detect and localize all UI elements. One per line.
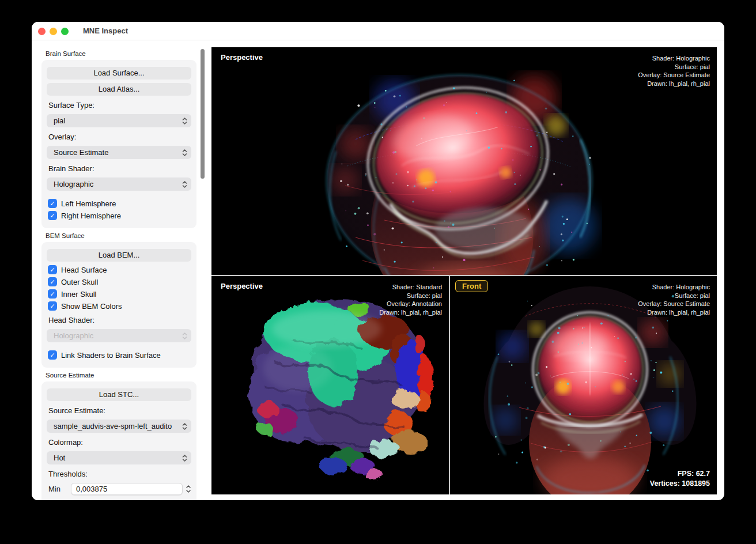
- load-stc-button[interactable]: Load STC...: [47, 388, 191, 401]
- source-estimate-select[interactable]: sample_audvis-ave-spm-left_audito: [47, 420, 191, 433]
- sidebar-scrollbar: [200, 41, 206, 500]
- colormap-value: Hot: [54, 454, 182, 462]
- right-hemisphere-checkbox[interactable]: Right Hemisphere: [48, 211, 191, 220]
- info-surface: Surface: pial: [379, 292, 442, 300]
- select-chevrons-icon: [182, 149, 187, 157]
- info-drawn: Drawn: lh_pial, rh_pial: [638, 308, 710, 317]
- checkbox-label: Head Surface: [61, 266, 107, 274]
- link-shaders-checkbox[interactable]: Link Shaders to Brain Surface: [48, 350, 191, 360]
- bem-surface-card: Load BEM... Head Surface Outer Skull Inn…: [41, 242, 196, 368]
- overlay-label: Overlay:: [48, 133, 191, 141]
- head-shader-select: Holographic: [47, 329, 191, 342]
- section-header-bem-surface: BEM Surface: [46, 232, 211, 239]
- checkbox-label: Outer Skull: [61, 278, 98, 286]
- select-chevrons-icon: [182, 422, 187, 430]
- head-shader-label: Head Shader:: [48, 316, 191, 324]
- window-title: MNE Inspect: [83, 22, 128, 40]
- surface-type-value: pial: [54, 116, 182, 125]
- head-surface-checkbox[interactable]: Head Surface: [48, 265, 191, 274]
- viewport-label: Perspective: [221, 282, 263, 290]
- checkbox-checked-icon: [48, 301, 57, 311]
- app-window: MNE Inspect Brain Surface Load Surface..…: [32, 22, 724, 500]
- outer-skull-checkbox[interactable]: Outer Skull: [48, 277, 191, 286]
- surface-type-label: Surface Type:: [48, 101, 191, 109]
- select-chevrons-icon: [182, 332, 187, 340]
- viewport-grid: Perspective Shader: Holographic Surface:…: [211, 47, 717, 494]
- overlay-select[interactable]: Source Estimate: [47, 146, 191, 159]
- info-shader: Shader: Holographic: [638, 54, 710, 63]
- surface-type-select[interactable]: pial: [47, 114, 191, 127]
- select-chevrons-icon: [182, 454, 187, 462]
- head-shader-value: Holographic: [54, 331, 182, 340]
- brain-shader-select[interactable]: Holographic: [47, 177, 191, 191]
- select-chevrons-icon: [182, 180, 187, 188]
- viewport-info-overlay: Shader: Holographic Surface: pial Overla…: [638, 283, 710, 316]
- checkbox-checked-icon: [48, 265, 57, 274]
- section-header-source-estimate: Source Estimate: [46, 372, 211, 379]
- min-threshold-input[interactable]: [71, 483, 183, 495]
- checkbox-label: Right Hemisphere: [61, 211, 121, 220]
- viewport-perspective-annotation[interactable]: Perspective Shader: Standard Surface: pi…: [211, 276, 449, 494]
- viewport-label: Perspective: [221, 53, 263, 62]
- render-stats: FPS: 62.7 Vertices: 1081895: [650, 469, 710, 489]
- brain-shader-value: Holographic: [54, 180, 182, 188]
- checkbox-label: Link Shaders to Brain Surface: [61, 351, 161, 360]
- front-view-badge[interactable]: Front: [455, 280, 488, 292]
- min-label: Min: [48, 485, 71, 493]
- control-sidebar: Brain Surface Load Surface... Load Atlas…: [32, 41, 211, 500]
- show-bem-colors-checkbox[interactable]: Show BEM Colors: [48, 301, 191, 311]
- load-atlas-button[interactable]: Load Atlas...: [47, 83, 191, 96]
- load-surface-button[interactable]: Load Surface...: [47, 67, 191, 80]
- load-bem-button[interactable]: Load BEM...: [47, 249, 191, 262]
- info-overlay: Overlay: Source Estimate: [638, 71, 710, 80]
- colormap-label: Colormap:: [48, 438, 191, 447]
- source-estimate-value: sample_audvis-ave-spm-left_audito: [54, 422, 182, 430]
- viewport-perspective-main[interactable]: Perspective Shader: Holographic Surface:…: [211, 47, 717, 275]
- vertex-counter: Vertices: 1081895: [650, 479, 710, 489]
- info-drawn: Drawn: lh_pial, rh_pial: [379, 308, 442, 317]
- checkbox-checked-icon: [48, 289, 57, 299]
- colormap-select[interactable]: Hot: [47, 451, 191, 464]
- checkbox-checked-icon: [48, 211, 57, 220]
- checkbox-checked-icon: [48, 277, 57, 286]
- source-estimate-card: Load STC... Source Estimate: sample_audv…: [41, 381, 196, 500]
- select-chevrons-icon: [182, 117, 187, 125]
- title-bar: MNE Inspect: [32, 22, 724, 40]
- checkbox-label: Show BEM Colors: [61, 302, 122, 311]
- viewport-info-overlay: Shader: Holographic Surface: pial Overla…: [638, 54, 710, 88]
- fps-counter: FPS: 62.7: [650, 469, 710, 479]
- thresholds-label: Thresholds:: [48, 470, 191, 478]
- checkbox-checked-icon: [48, 199, 57, 208]
- section-header-brain-surface: Brain Surface: [46, 50, 211, 57]
- checkbox-checked-icon: [48, 350, 57, 360]
- brain-surface-card: Load Surface... Load Atlas... Surface Ty…: [41, 60, 196, 228]
- info-overlay: Overlay: Source Estimate: [638, 300, 710, 308]
- brain-shader-label: Brain Shader:: [48, 164, 191, 173]
- left-hemisphere-checkbox[interactable]: Left Hemisphere: [48, 199, 191, 208]
- info-drawn: Drawn: lh_pial, rh_pial: [638, 80, 710, 88]
- inner-skull-checkbox[interactable]: Inner Skull: [48, 289, 191, 299]
- info-surface: Surface: pial: [638, 292, 710, 300]
- checkbox-label: Inner Skull: [61, 290, 96, 299]
- minimize-button[interactable]: [50, 28, 57, 35]
- viewport-info-overlay: Shader: Standard Surface: pial Overlay: …: [379, 283, 442, 316]
- info-shader: Shader: Standard: [379, 283, 442, 292]
- source-estimate-label: Source Estimate:: [48, 406, 191, 415]
- sidebar-scrollbar-thumb[interactable]: [201, 49, 205, 179]
- close-button[interactable]: [38, 28, 46, 35]
- info-shader: Shader: Holographic: [638, 283, 710, 292]
- info-overlay: Overlay: Annotation: [379, 300, 442, 308]
- overlay-value: Source Estimate: [54, 148, 182, 157]
- zoom-button[interactable]: [61, 28, 69, 35]
- viewport-front[interactable]: Front Shader: Holographic Surface: pial …: [450, 276, 717, 494]
- info-surface: Surface: pial: [638, 63, 710, 71]
- min-threshold-row: Min: [48, 483, 191, 495]
- checkbox-label: Left Hemisphere: [61, 199, 116, 208]
- stepper-icon[interactable]: [186, 484, 191, 494]
